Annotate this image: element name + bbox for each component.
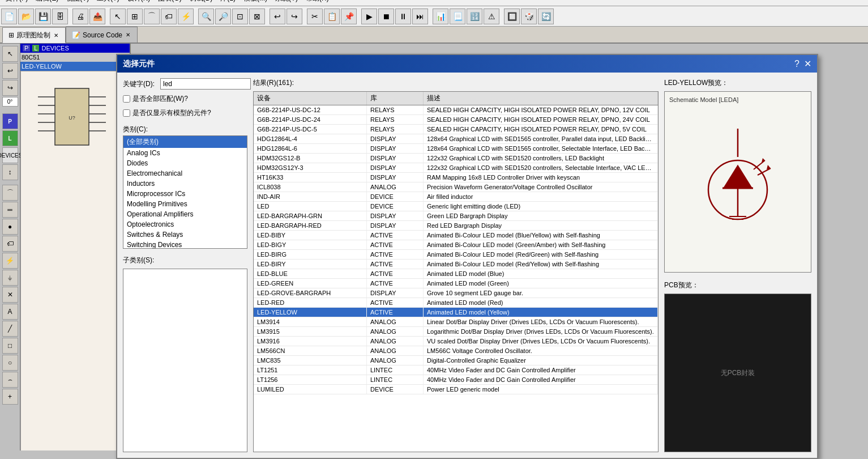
tb-wire[interactable]: ⌒ (144, 8, 160, 24)
table-row[interactable]: LED DEVICE Generic light emitting diode … (254, 202, 658, 211)
menu-edit[interactable]: 编辑(E) (32, 0, 62, 5)
tab-schematic[interactable]: ⊞ 原理图绘制 ✕ (2, 27, 66, 43)
tb-save2[interactable]: 🗄 (52, 8, 68, 24)
table-row[interactable]: LED-GREEN ACTIVE Animated LED model (Gre… (254, 279, 658, 288)
tb-step[interactable]: ⏭ (412, 8, 428, 24)
menu-template[interactable]: 模板(M) (240, 0, 271, 5)
tb-cursor[interactable]: ↖ (110, 8, 126, 24)
table-row[interactable]: G6B-2214P-US-DC-12 RELAYS SEALED HIGH CA… (254, 105, 658, 115)
category-item-0[interactable]: (全部类别) (123, 136, 247, 148)
tb-power[interactable]: ⚡ (178, 8, 194, 24)
table-row[interactable]: LED-BIBY ACTIVE Animated Bi-Colour LED m… (254, 231, 658, 240)
tb-run[interactable]: ▶ (361, 8, 377, 24)
lt-arrow[interactable]: ↕ (2, 164, 18, 180)
lt-plus[interactable]: + (2, 389, 18, 405)
tb-stop[interactable]: ⏹ (378, 8, 394, 24)
lt-component[interactable]: P (2, 113, 18, 129)
tb-component[interactable]: ⊞ (127, 8, 143, 24)
tb-export[interactable]: 📤 (89, 8, 105, 24)
lt-ground[interactable]: ⏚ (2, 270, 18, 286)
tb-sync[interactable]: 🔄 (538, 8, 554, 24)
category-item-9[interactable]: Switches & Relays (123, 230, 247, 240)
category-item-8[interactable]: Optoelectronics (123, 219, 247, 230)
lt-circle[interactable]: ○ (2, 355, 18, 371)
table-row[interactable]: HDM32GS12-B DISPLAY 122x32 Graphical LCD… (254, 154, 658, 163)
lt-devices[interactable]: DEVICES (2, 147, 18, 163)
table-row[interactable]: LM3916 ANALOG VU scaled Dot/Bar Display … (254, 337, 658, 346)
table-row[interactable]: LED-BARGRAPH-RED DISPLAY Red LED Bargrap… (254, 221, 658, 231)
category-item-6[interactable]: Modelling Primitives (123, 199, 247, 209)
table-row[interactable]: IND-AIR DEVICE Air filled inductor (254, 192, 658, 202)
table-row[interactable]: LED-BIGY ACTIVE Animated Bi-Colour LED m… (254, 240, 658, 250)
show-model-checkbox[interactable] (123, 109, 130, 117)
category-item-2[interactable]: Diodes (123, 158, 247, 168)
rotation-input[interactable]: 0° (2, 97, 18, 107)
menu-debug[interactable]: 调试(D) (186, 0, 216, 5)
table-row[interactable]: LED-BLUE ACTIVE Animated LED model (Blue… (254, 269, 658, 279)
tb-redo[interactable]: ↪ (287, 8, 302, 24)
tb-3d[interactable]: 🎲 (521, 8, 537, 24)
tb-pause[interactable]: ⏸ (395, 8, 411, 24)
category-item-5[interactable]: Microprocessor ICs (123, 189, 247, 199)
table-row[interactable]: LT1256 LINTEC 40MHz Video Fader and DC G… (254, 375, 658, 385)
tb-copy[interactable]: 📋 (324, 8, 340, 24)
table-row[interactable]: LUMILED DEVICE Power LED generic model (254, 385, 658, 394)
menu-system[interactable]: 系统(Y) (272, 0, 301, 5)
panel-item-80c51[interactable]: 80C51 (20, 53, 130, 62)
tb-netlist[interactable]: 📊 (433, 8, 448, 24)
menu-graph[interactable]: 图表(G) (155, 0, 185, 5)
tb-undo[interactable]: ↩ (270, 8, 285, 24)
lt-wire[interactable]: ⌒ (2, 185, 18, 201)
lt-junction[interactable]: ● (2, 219, 18, 235)
lt-label[interactable]: L (2, 130, 18, 146)
table-row[interactable]: G6B-2214P-US-DC-5 RELAYS SEALED HIGH CAP… (254, 125, 658, 134)
tab-schematic-close[interactable]: ✕ (53, 32, 59, 39)
table-row[interactable]: HT16K33 DISPLAY RAM Mapping 16x8 LED Con… (254, 173, 658, 182)
tb-pcb[interactable]: 🔲 (504, 8, 520, 24)
tb-zoom-area[interactable]: ⊠ (249, 8, 265, 24)
table-row[interactable]: ICL8038 ANALOG Precision Waveform Genera… (254, 182, 658, 192)
match-all-checkbox[interactable] (123, 95, 130, 103)
keyword-input[interactable] (160, 78, 251, 90)
tb-open[interactable]: 📂 (18, 8, 34, 24)
tb-bom[interactable]: 📃 (450, 8, 465, 24)
menu-file[interactable]: 文件(F) (2, 0, 31, 5)
table-row[interactable]: LM3914 ANALOG Linear Dot/Bar Display Dri… (254, 317, 658, 327)
tb-paste[interactable]: 📌 (341, 8, 357, 24)
dialog-help-icon[interactable]: ? (794, 59, 799, 69)
tb-new[interactable]: 📄 (1, 8, 17, 24)
lt-text[interactable]: A (2, 304, 18, 320)
menu-view[interactable]: 视图(V) (63, 0, 92, 5)
table-row[interactable]: LED-BIRG ACTIVE Animated Bi-Colour LED m… (254, 250, 658, 260)
category-item-4[interactable]: Inductors (123, 178, 247, 189)
lt-redo[interactable]: ↪ (2, 80, 18, 96)
tb-annotate[interactable]: 🔢 (467, 8, 482, 24)
table-row[interactable]: LT1251 LINTEC 40MHz Video Fader and DC G… (254, 366, 658, 375)
lt-rect[interactable]: □ (2, 338, 18, 354)
tab-sourcecode-close[interactable]: ✕ (125, 32, 131, 38)
dialog-close-icon[interactable]: ✕ (804, 58, 811, 69)
lt-select[interactable]: ↖ (2, 46, 18, 62)
table-row[interactable]: LM566CN ANALOG LM566C Voltage Controlled… (254, 346, 658, 356)
panel-item-led-yellow[interactable]: LED-YELLOW (20, 62, 130, 71)
tb-zoom-in[interactable]: 🔍 (198, 8, 214, 24)
menu-lib[interactable]: 库(L) (217, 0, 239, 5)
category-item-7[interactable]: Operational Amplifiers (123, 209, 247, 219)
category-item-10[interactable]: Switching Devices (123, 240, 247, 249)
lt-netlabel[interactable]: 🏷 (2, 236, 18, 252)
table-row[interactable]: LED-YELLOW ACTIVE Animated LED model (Ye… (254, 308, 658, 317)
lt-line[interactable]: ╱ (2, 321, 18, 337)
table-row[interactable]: HDG12864L-6 DISPLAY 128x64 Graphical LCD… (254, 144, 658, 154)
lt-power[interactable]: ⚡ (2, 253, 18, 269)
lt-arc[interactable]: ⌢ (2, 372, 18, 388)
category-item-1[interactable]: Analog ICs (123, 148, 247, 158)
table-row[interactable]: LED-BIRY ACTIVE Animated Bi-Colour LED m… (254, 260, 658, 269)
category-item-3[interactable]: Electromechanical (123, 168, 247, 178)
menu-tools[interactable]: 工具(T) (93, 0, 122, 5)
category-listbox[interactable]: (全部类别) Analog ICs Diodes Electromechanic… (123, 135, 247, 249)
table-row[interactable]: LM3915 ANALOG Logarithmic Dot/Bar Displa… (254, 327, 658, 337)
tb-zoom-out[interactable]: 🔎 (215, 8, 231, 24)
menu-help[interactable]: 帮助(H) (302, 0, 332, 5)
tb-save[interactable]: 💾 (35, 8, 51, 24)
table-row[interactable]: LED-RED ACTIVE Animated LED model (Red) (254, 298, 658, 308)
